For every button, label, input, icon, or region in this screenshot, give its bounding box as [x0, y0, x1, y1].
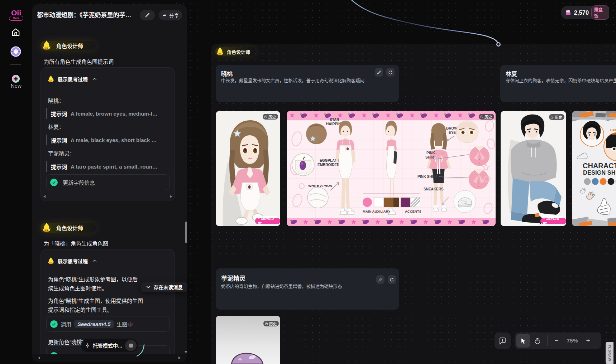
svg-text:SHIRT: SHIRT: [425, 155, 436, 159]
svg-text:DESIGN SHEE: DESIGN SHEE: [583, 169, 616, 176]
svg-text:PINK SHIRT: PINK SHIRT: [417, 175, 438, 179]
svg-text:CHARACTE: CHARACTE: [583, 162, 616, 170]
svg-text:SNEAKERS: SNEAKERS: [424, 187, 444, 191]
svg-text:MAIN AUXILIARY: MAIN AUXILIARY: [363, 209, 391, 213]
svg-text:ACCENTS: ACCENTS: [405, 209, 421, 213]
svg-text:EMBROIDERY: EMBROIDERY: [317, 163, 342, 167]
svg-text:WHITE APRON: WHITE APRON: [308, 184, 332, 188]
svg-text:STAR: STAR: [330, 118, 339, 122]
svg-text:DET: DET: [612, 132, 616, 135]
svg-text:HAIRPIN: HAIRPIN: [326, 122, 341, 126]
svg-text:PINK: PINK: [426, 151, 435, 155]
svg-text:HAIR &: HAIR &: [610, 128, 616, 132]
